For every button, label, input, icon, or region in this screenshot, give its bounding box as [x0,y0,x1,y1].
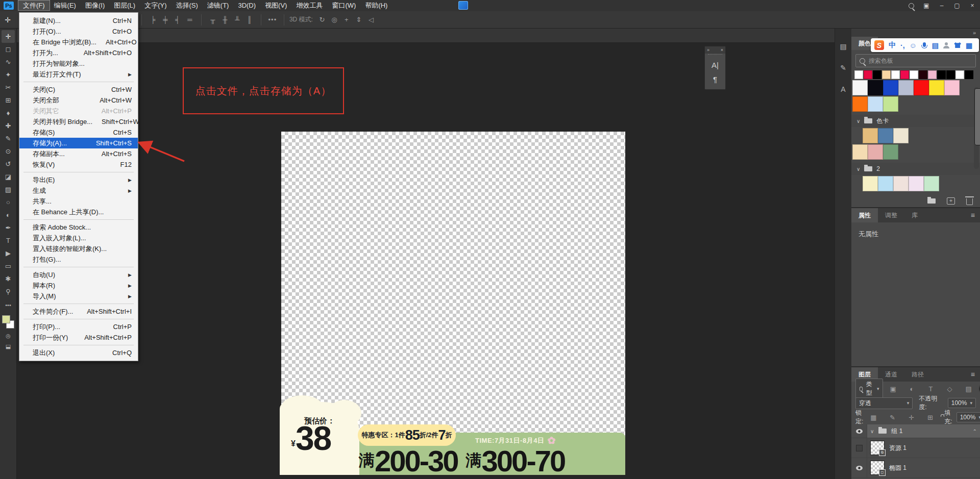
file-menu-item[interactable]: 文件简介(F)...Alt+Shift+Ctrl+I [19,306,138,317]
distribute-icon-1[interactable]: ╥ [207,16,219,23]
opacity-dropdown[interactable]: 100%▾ [948,398,976,408]
menu-item-3[interactable]: 图像(I) [81,1,109,10]
gradient-tool[interactable]: ▨ [2,183,15,196]
history-brush-tool[interactable]: ↺ [2,158,15,170]
panel-menu-icon[interactable]: ≡ [966,367,980,382]
pen-tool[interactable]: ✒ [2,221,15,234]
3d-mode-icon-3[interactable]: + [340,16,353,23]
file-menu-item[interactable]: 存储副本...Alt+Ctrl+S [19,148,138,159]
recent-swatch[interactable] [873,70,881,79]
swatch[interactable] [909,176,924,191]
menu-item-8[interactable]: 3D(D) [233,1,260,10]
swatch-group-header[interactable]: ∨2 [851,163,980,175]
file-menu-item[interactable]: 退出(X)Ctrl+Q [19,347,138,358]
healing-brush-tool[interactable]: ✚ [2,119,15,132]
layer-filter-icon-2[interactable]: ◐ [906,385,918,393]
file-menu-item[interactable]: 新建(N)...Ctrl+N [19,15,138,26]
file-menu-item[interactable]: 存储为(A)...Shift+Ctrl+S [19,138,138,148]
file-menu-item[interactable]: 在 Behance 上共享(D)... [19,207,138,217]
distribute-icon-4[interactable]: ║ [243,16,256,23]
3d-mode-icon-5[interactable]: ◁ [365,16,377,23]
visibility-cell[interactable] [851,424,867,438]
path-selection-tool[interactable]: ▶ [2,247,15,260]
search-icon[interactable] [903,0,919,11]
layer-filter-icon-5[interactable]: ▤ [963,385,975,393]
file-menu-item[interactable]: 导出(E)▶ [19,174,138,185]
menu-item-9[interactable]: 视图(V) [260,1,291,10]
swatches-scrollbar[interactable] [974,87,979,169]
recent-swatch[interactable] [955,70,964,79]
align-icon-3[interactable]: ╡ [172,16,184,23]
recent-swatch[interactable] [891,70,900,79]
file-menu-item[interactable]: 打包(G)... [19,254,138,265]
lock-icon-4[interactable]: ⊞ [924,414,936,421]
eraser-tool[interactable]: ◪ [2,170,15,183]
recent-swatch[interactable] [864,70,872,79]
tab-路径[interactable]: 路径 [904,367,931,382]
toolbox-icon[interactable]: ▦ [966,41,972,49]
recent-swatch[interactable] [946,70,955,79]
3d-mode-icon-1[interactable]: ↻ [316,16,328,23]
character-panel-icon[interactable]: A [837,83,849,95]
swatch[interactable] [924,176,939,191]
align-icon-4[interactable]: ═ [184,16,196,23]
file-menu-item[interactable]: 生成▶ [19,185,138,196]
swatch[interactable] [852,144,868,160]
new-swatch-icon[interactable]: + [947,197,955,205]
zoom-tool[interactable]: ⚲ [2,285,15,298]
layer-filter-dropdown[interactable]: 类型▾ [855,379,883,399]
visibility-cell[interactable] [851,458,867,477]
visibility-cell[interactable] [851,438,867,458]
file-menu-item[interactable]: 打开(O)...Ctrl+O [19,26,138,37]
file-menu-item[interactable]: 打印(P)...Ctrl+P [19,321,138,332]
swatch[interactable] [944,80,960,95]
user-icon[interactable] [943,42,949,48]
edit-toolbar-icon[interactable]: ••• [5,302,11,308]
recent-swatch[interactable] [928,70,937,79]
3d-mode-icon-2[interactable]: ◎ [328,16,340,23]
recent-swatch[interactable] [900,70,909,79]
panel-close-icon[interactable]: × [721,47,723,53]
file-menu-item[interactable]: 关闭其它Alt+Ctrl+P [19,106,138,116]
menu-item-2[interactable]: 编辑(E) [50,1,81,10]
recent-swatch[interactable] [965,70,973,79]
screen-mode-icon[interactable]: ⬓ [6,343,11,350]
swatch[interactable] [883,80,898,95]
quick-selection-tool[interactable]: ✦ [2,68,15,81]
clone-stamp-tool[interactable]: ⊙ [2,145,15,158]
fill-dropdown[interactable]: 100%▾ [957,412,980,422]
menu-item-5[interactable]: 文字(Y) [140,1,171,10]
menu-item-1[interactable]: 文件(F) [18,1,50,10]
file-menu-item[interactable]: 共享... [19,196,138,207]
recent-swatch[interactable] [919,70,927,79]
file-menu-item[interactable]: 打开为智能对象... [19,58,138,69]
lock-icon-1[interactable]: ▦ [867,414,879,421]
lasso-tool[interactable]: ∿ [2,56,15,68]
panel-collapse-icon[interactable]: » [707,47,709,53]
brush-tool[interactable]: ✎ [2,132,15,145]
file-menu-item[interactable]: 脚本(R)▶ [19,280,138,291]
layer-row[interactable]: ∨组 1⌃ [851,424,980,438]
swatch[interactable] [868,80,883,95]
lock-icon-2[interactable]: ✎ [886,414,898,421]
tab-属性[interactable]: 属性 [851,208,878,222]
frame-tool[interactable]: ⊞ [2,94,15,107]
type-tool[interactable]: T [2,234,15,247]
menu-item-11[interactable]: 窗口(W) [327,1,360,10]
layer-main[interactable]: ∨组 1⌃ [867,424,980,438]
swatch[interactable] [878,128,893,143]
marquee-tool[interactable]: ◻ [2,43,15,56]
file-menu-item[interactable]: 恢复(V)F12 [19,159,138,170]
microphone-icon[interactable] [923,42,926,47]
blend-mode-dropdown[interactable]: 穿透▾ [855,397,913,409]
tab-调整[interactable]: 调整 [878,208,904,222]
new-group-icon[interactable] [927,198,936,204]
3d-mode-icon-4[interactable]: ⇕ [353,16,365,23]
emoji-icon[interactable]: ☺ [910,41,917,49]
swatch[interactable] [868,96,883,112]
file-menu-item[interactable]: 在 Bridge 中浏览(B)...Alt+Ctrl+O [19,37,138,47]
blur-tool[interactable]: ○ [2,196,15,209]
distribute-icon-2[interactable]: ╫ [219,16,231,23]
minimize-button[interactable]: – [934,0,949,11]
distribute-icon-3[interactable]: ╨ [231,16,243,23]
